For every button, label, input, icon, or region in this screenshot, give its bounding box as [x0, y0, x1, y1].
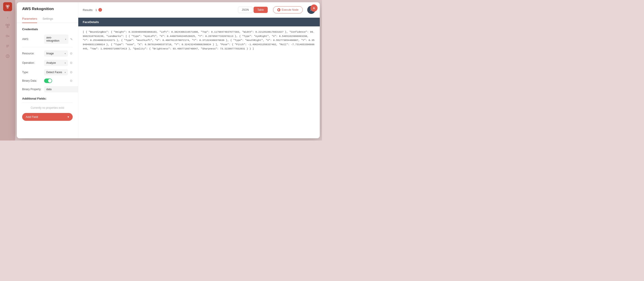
view-toggle: JSON Table	[238, 7, 268, 13]
svg-line-5	[8, 7, 8, 7]
binary-property-label: Binary Property:	[22, 88, 42, 91]
svg-rect-8	[7, 27, 8, 28]
resource-select-chevron: ▾	[64, 52, 66, 55]
resource-select[interactable]: Image ▾	[44, 50, 68, 57]
type-select[interactable]: Detect Faces ▾	[44, 69, 68, 75]
svg-point-2	[7, 7, 8, 8]
resource-field-row: Resource: Image ▾ ⚙	[22, 50, 73, 57]
svg-rect-7	[8, 24, 10, 26]
aws-select-chevron: ▾	[65, 38, 66, 41]
svg-rect-6	[6, 24, 7, 26]
execute-btn-label: Execute Node	[282, 8, 298, 12]
operation-field-row: Operation: Analyze ▾ ⚙	[22, 60, 73, 66]
table-view-button[interactable]: Table	[254, 7, 268, 13]
aws-select[interactable]: aws-rekognition ▾	[44, 35, 68, 44]
panel-content: Credentials AWS: aws-rekognition ▾ ✎ Res…	[17, 23, 78, 138]
resource-select-value: Image	[46, 52, 64, 55]
binary-data-label: Binary Data:	[22, 79, 42, 82]
add-field-label: Add Field	[26, 115, 38, 119]
svg-point-1	[8, 5, 9, 7]
resource-label: Resource:	[22, 52, 42, 55]
sidebar: › ?	[0, 0, 15, 141]
right-header: Results: 1 i JSON Table Execute Node ×	[78, 2, 320, 18]
results-label: Results: 1 i	[83, 8, 102, 12]
results-count: 1	[96, 8, 97, 12]
user-avatar[interactable]: A	[310, 5, 318, 12]
aws-select-value: aws-rekognition	[46, 36, 65, 42]
resource-gear-icon[interactable]: ⚙	[70, 52, 73, 55]
json-content: [ { "BoundingBox": { "Height": 0.3339489…	[78, 27, 320, 54]
add-field-button[interactable]: Add Field ▾	[22, 113, 73, 121]
sidebar-expand-chevron[interactable]: ›	[7, 16, 8, 19]
additional-fields-title: Additional Fields:	[22, 97, 73, 100]
divider-1	[22, 47, 73, 47]
binary-data-toggle-container	[44, 79, 68, 83]
operation-select-chevron: ▾	[64, 62, 66, 64]
credentials-section-title: Credentials	[22, 28, 73, 31]
play-triangle	[278, 9, 280, 11]
svg-point-11	[6, 35, 8, 37]
app-logo	[3, 2, 12, 11]
aws-label: AWS:	[22, 38, 42, 41]
aws-edit-icon[interactable]: ✎	[70, 38, 73, 41]
tabs-container: Parameters Settings	[17, 15, 78, 23]
aws-field-row: AWS: aws-rekognition ▾ ✎	[22, 35, 73, 44]
operation-gear-icon[interactable]: ⚙	[70, 61, 73, 65]
modal-panel: AWS Rekognition Parameters Settings Cred…	[17, 2, 320, 138]
type-field-row: Type: Detect Faces ▾ ⚙	[22, 69, 73, 75]
left-panel: AWS Rekognition Parameters Settings Cred…	[17, 2, 78, 138]
operation-select[interactable]: Analyze ▾	[44, 60, 68, 66]
modal-title: AWS Rekognition	[17, 2, 78, 11]
tab-parameters[interactable]: Parameters	[22, 15, 37, 23]
binary-property-field-row: Binary Property: ⚙	[22, 86, 73, 92]
results-info-icon[interactable]: i	[98, 8, 102, 12]
no-properties-text: Currently no properties exist	[22, 106, 73, 109]
face-details-header: FaceDetails	[78, 18, 320, 27]
type-gear-icon[interactable]: ⚙	[70, 71, 73, 74]
binary-data-gear-icon[interactable]: ⚙	[70, 79, 73, 83]
results-area: FaceDetails [ { "BoundingBox": { "Height…	[78, 18, 320, 138]
sidebar-icon-key[interactable]	[5, 34, 10, 39]
type-label: Type:	[22, 71, 42, 74]
right-panel: Results: 1 i JSON Table Execute Node × F…	[78, 2, 320, 138]
binary-data-field-row: Binary Data: ⚙	[22, 79, 73, 83]
binary-data-toggle[interactable]	[44, 79, 52, 83]
operation-select-value: Analyze	[46, 61, 64, 65]
type-select-value: Detect Faces	[46, 71, 64, 74]
binary-property-input[interactable]	[44, 86, 78, 92]
type-select-chevron: ▾	[64, 71, 66, 74]
execute-node-button[interactable]: Execute Node	[273, 6, 303, 14]
json-view-button[interactable]: JSON	[238, 7, 253, 13]
operation-label: Operation:	[22, 61, 42, 65]
add-field-chevron: ▾	[68, 115, 69, 119]
sidebar-icon-help[interactable]: ?	[5, 54, 10, 60]
svg-point-0	[6, 5, 8, 7]
tab-settings[interactable]: Settings	[42, 15, 53, 23]
svg-text:?: ?	[7, 55, 8, 58]
play-icon	[277, 8, 280, 12]
toggle-knob	[48, 79, 52, 83]
sidebar-icon-nodes[interactable]	[5, 24, 10, 29]
sidebar-icon-list[interactable]	[5, 44, 10, 50]
results-text: Results:	[83, 8, 94, 12]
